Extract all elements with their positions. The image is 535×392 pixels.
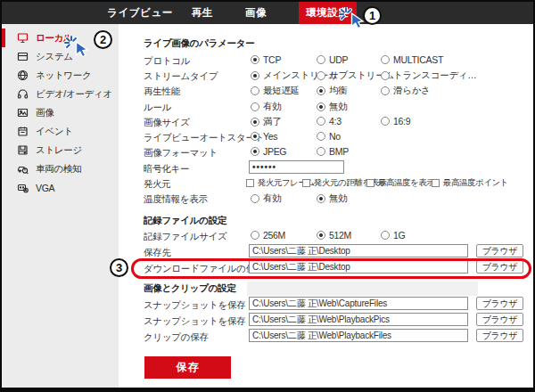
form-row-snapshot-live: スナップショットを保存 ブラウザ xyxy=(119,298,530,313)
checkbox-icon[interactable] xyxy=(302,179,310,187)
field-label: スナップショットを保存 xyxy=(144,299,245,312)
radio-icon[interactable] xyxy=(317,102,325,111)
checkbox-icon[interactable] xyxy=(432,179,440,187)
save-button[interactable]: 保存 xyxy=(144,356,231,379)
radio-tcp[interactable]: TCP xyxy=(251,54,281,65)
radio-fluent[interactable]: 滑らかさ xyxy=(381,85,431,97)
sidebar-item-video-audio[interactable]: ビデオ/オーディオ xyxy=(2,85,119,103)
radio-icon[interactable] xyxy=(317,132,325,141)
radio-shortest-delay[interactable]: 最短遅延 xyxy=(251,85,300,97)
field-label: 発火元 xyxy=(144,178,170,191)
form-row-auto-start: ライブビューオートスタート Yes No xyxy=(119,131,530,145)
sidebar-item-picture[interactable]: 画像 xyxy=(2,103,119,122)
field-label: 再生性能 xyxy=(144,86,180,98)
save-path-input[interactable] xyxy=(249,244,468,257)
browse-button[interactable]: ブラウザ xyxy=(476,244,523,257)
tab-live-view[interactable]: ライブビュー xyxy=(107,2,173,24)
settings-form: ライブ画像のパラメーター プロトコル TCP UDP MULTICAST ストリ… xyxy=(119,24,533,388)
radio-autostart-yes[interactable]: Yes xyxy=(251,131,277,142)
form-row-image-size: 画像サイズ 満了 4:3 16:9 xyxy=(119,116,530,130)
radio-icon[interactable] xyxy=(381,55,390,64)
form-row-temperature-info: 温度情報を表示 有効 無効 xyxy=(119,192,530,207)
sidebar-item-system[interactable]: システム xyxy=(2,47,119,66)
tab-picture[interactable]: 画像 xyxy=(238,2,274,24)
sidebar-item-storage[interactable]: ストレージ xyxy=(2,141,119,159)
radio-256m[interactable]: 256M xyxy=(251,230,285,241)
sidebar-item-vga[interactable]: VGA xyxy=(2,178,119,197)
sidebar-item-network[interactable]: ネットワーク xyxy=(2,66,119,85)
sidebar-item-vehicle-detection[interactable]: 車両の検知 xyxy=(2,159,119,178)
radio-icon[interactable] xyxy=(381,117,390,126)
radio-temp-enable[interactable]: 有効 xyxy=(251,192,281,205)
radio-icon[interactable] xyxy=(317,231,325,240)
top-navigation-bar: ライブビュー 再生 画像 環境設定 xyxy=(2,2,533,24)
field-label: クリップの保存 xyxy=(144,331,209,344)
step-1-badge: 1 xyxy=(363,6,382,25)
form-row-clip-save: クリップの保存 ブラウザ xyxy=(119,331,530,345)
radio-balanced[interactable]: 均衡 xyxy=(317,85,347,97)
settings-sidebar: ローカル システム ネットワーク ビデオ/オーディオ 画像 xyxy=(2,24,119,388)
cursor-arrow-icon xyxy=(75,41,90,59)
encryption-key-input[interactable] xyxy=(249,160,344,174)
radio-icon[interactable] xyxy=(317,117,325,126)
form-row-stream-type: ストリームタイプ メインストリーム サブストリーム トランスコーディ… xyxy=(119,69,530,84)
network-icon xyxy=(17,69,29,81)
checkbox-highest-temperature-point[interactable]: 最高温度ポイント xyxy=(432,177,508,189)
snapshot-playback-path-input[interactable] xyxy=(249,313,468,326)
monitor-icon xyxy=(17,32,29,44)
field-label: 暗号化キー xyxy=(144,163,189,176)
radio-icon[interactable] xyxy=(317,55,325,64)
radio-icon[interactable] xyxy=(251,102,259,111)
form-row-play-performance: 再生性能 最短遅延 均衡 滑らかさ xyxy=(119,85,530,99)
field-label: ストリームタイプ xyxy=(144,70,218,83)
radio-16-9[interactable]: 16:9 xyxy=(381,116,410,127)
radio-jpeg[interactable]: JPEG xyxy=(251,146,286,157)
radio-icon[interactable] xyxy=(251,55,259,64)
radio-4-3[interactable]: 4:3 xyxy=(317,116,342,127)
radio-multicast[interactable]: MULTICAST xyxy=(381,54,443,65)
step-2-badge: 2 xyxy=(94,30,112,49)
radio-self-adaptive[interactable]: 満了 xyxy=(251,116,281,128)
radio-rules-disable[interactable]: 無効 xyxy=(317,101,347,113)
radio-icon[interactable] xyxy=(251,118,259,127)
radio-temp-disable[interactable]: 無効 xyxy=(317,192,347,205)
form-row-snapshot-playback: スナップショットを保存 ブラウザ xyxy=(119,314,530,329)
browse-button[interactable]: ブラウザ xyxy=(476,297,523,310)
field-label: 保存先 xyxy=(144,247,171,259)
snapshot-live-path-input[interactable] xyxy=(249,297,468,310)
radio-1g[interactable]: 1G xyxy=(381,230,405,241)
radio-512m[interactable]: 512M xyxy=(317,230,351,241)
section-title-record-files: 記録ファイルの設定 xyxy=(144,215,226,227)
picture-icon xyxy=(17,107,29,118)
radio-icon[interactable] xyxy=(381,71,390,80)
radio-bmp[interactable]: BMP xyxy=(317,146,349,157)
field-label: プロトコル xyxy=(144,55,190,68)
radio-icon[interactable] xyxy=(381,231,390,240)
tab-playback[interactable]: 再生 xyxy=(183,2,222,24)
radio-autostart-no[interactable]: No xyxy=(317,131,341,142)
radio-icon[interactable] xyxy=(317,194,325,203)
radio-icon[interactable] xyxy=(251,147,259,156)
radio-transcoded-stream[interactable]: トランスコーディ… xyxy=(381,69,477,82)
radio-icon[interactable] xyxy=(251,71,259,80)
form-row-encryption-key: 暗号化キー xyxy=(119,162,530,176)
radio-icon[interactable] xyxy=(381,86,390,95)
checkbox-icon[interactable] xyxy=(366,179,374,187)
radio-icon[interactable] xyxy=(251,194,259,203)
checkbox-icon[interactable] xyxy=(246,179,254,187)
sidebar-item-event[interactable]: イベント xyxy=(2,122,119,141)
checkbox-highest-temperature[interactable]: 最高温度を表示 xyxy=(366,177,434,189)
radio-icon[interactable] xyxy=(251,132,259,141)
radio-icon[interactable] xyxy=(317,86,325,95)
radio-icon[interactable] xyxy=(317,71,325,80)
browse-button[interactable]: ブラウザ xyxy=(476,313,523,326)
browse-button[interactable]: ブラウザ xyxy=(476,329,523,342)
radio-icon[interactable] xyxy=(317,147,325,156)
field-label: 記録ファイルサイズ xyxy=(144,231,227,243)
radio-rules-enable[interactable]: 有効 xyxy=(251,101,281,113)
radio-icon[interactable] xyxy=(251,231,259,240)
clip-save-path-input[interactable] xyxy=(249,329,468,342)
form-row-protocol: プロトコル TCP UDP MULTICAST xyxy=(119,54,530,69)
radio-icon[interactable] xyxy=(251,86,259,95)
radio-udp[interactable]: UDP xyxy=(317,54,348,65)
